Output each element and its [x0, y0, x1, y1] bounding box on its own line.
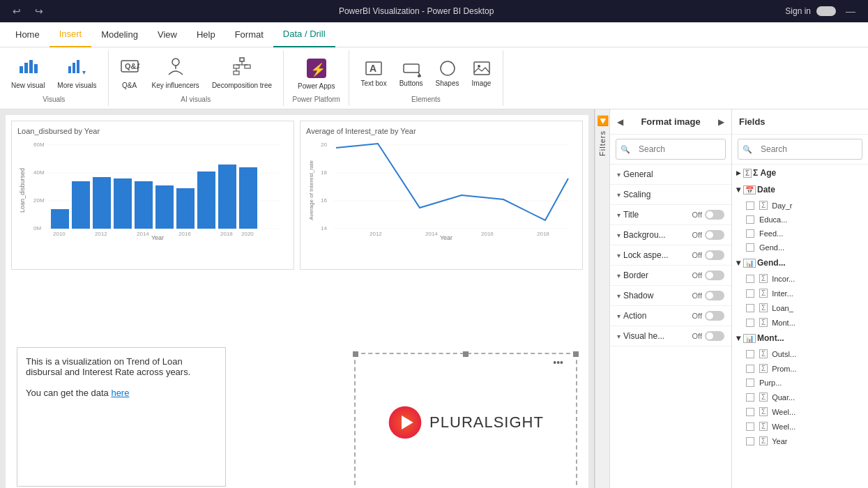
format-item-general[interactable]: ▾ General [610, 165, 731, 185]
field-item-week2[interactable]: Σ Weel... [732, 419, 868, 434]
field-item-quar[interactable]: Σ Quar... [732, 390, 868, 404]
field-item-feed[interactable]: Feed... [732, 227, 868, 241]
visual-header-toggle[interactable]: Off [692, 331, 724, 341]
canvas-inner[interactable]: Loan_disbursed by Year Loan_disbursed 60… [6, 115, 588, 488]
redo-button[interactable]: ↪ [31, 4, 47, 18]
bar-chart-title: Loan_disbursed by Year [17, 127, 288, 135]
format-panel-nav-prev[interactable]: ◀ [617, 117, 623, 127]
format-item-shadow[interactable]: ▾ Shadow Off [610, 286, 731, 306]
tab-home[interactable]: Home [6, 22, 50, 47]
tab-help[interactable]: Help [187, 22, 225, 47]
ribbon-group-visuals: New visual ▾ More visuals Visuals [0, 50, 109, 106]
field-item-educa[interactable]: Educa... [732, 213, 868, 227]
loan-checkbox[interactable] [746, 304, 754, 312]
minimize-button[interactable]: — [842, 4, 860, 18]
action-toggle-slider[interactable] [705, 311, 724, 321]
quar-checkbox[interactable] [746, 393, 754, 402]
border-toggle-slider[interactable] [705, 270, 724, 280]
decomposition-tree-button[interactable]: Decomposition tree [206, 54, 277, 92]
field-group-mont[interactable]: ▾ 📊 Mont... [732, 330, 868, 346]
format-panel-nav-next[interactable]: ▶ [718, 117, 724, 127]
tab-modeling[interactable]: Modeling [91, 22, 148, 47]
inter-checkbox[interactable] [746, 289, 754, 298]
qa-button[interactable]: Q&A Q&A [114, 54, 145, 92]
field-item-prom[interactable]: Σ Prom... [732, 361, 868, 376]
three-dots-menu[interactable]: ••• [553, 357, 563, 368]
shadow-toggle-slider[interactable] [705, 291, 724, 300]
mont1-checkbox[interactable] [746, 319, 754, 327]
format-item-action[interactable]: ▾ Action Off [610, 306, 731, 326]
day-r-checkbox[interactable] [746, 201, 754, 210]
year-checkbox[interactable] [746, 437, 754, 445]
tab-data-drill[interactable]: Data / Drill [273, 22, 335, 47]
more-visuals-button[interactable]: ▾ More visuals [52, 54, 102, 92]
theme-toggle[interactable] [816, 6, 836, 16]
field-item-day-r[interactable]: Σ Day_r [732, 198, 868, 213]
inter-sigma: Σ [759, 289, 768, 298]
gend1-checkbox[interactable] [746, 243, 754, 252]
format-item-visual-header[interactable]: ▾ Visual he... Off [610, 326, 731, 346]
shadow-toggle[interactable]: Off [692, 291, 724, 300]
background-toggle-slider[interactable] [705, 230, 724, 240]
field-item-incor[interactable]: Σ Incor... [732, 271, 868, 286]
field-item-mont1[interactable]: Σ Mont... [732, 315, 868, 330]
educa-checkbox[interactable] [746, 215, 754, 224]
prom-checkbox[interactable] [746, 365, 754, 373]
incor-checkbox[interactable] [746, 275, 754, 283]
title-toggle[interactable]: Off [692, 210, 724, 220]
tab-view[interactable]: View [148, 22, 187, 47]
visual-header-toggle-slider[interactable] [705, 331, 724, 341]
image-placeholder-box[interactable]: ••• [354, 353, 577, 488]
field-item-loan[interactable]: Σ Loan_ [732, 300, 868, 315]
fields-search-input[interactable] [755, 142, 858, 157]
here-link[interactable]: here [111, 388, 129, 398]
field-item-year[interactable]: Σ Year [732, 434, 868, 448]
qa-icon: Q&A [120, 56, 139, 80]
lock-aspect-toggle-slider[interactable] [705, 250, 724, 260]
filters-strip[interactable]: 🔽 Filters [595, 109, 610, 488]
field-item-outsl[interactable]: Σ Outsl... [732, 346, 868, 361]
svg-rect-16 [234, 65, 239, 68]
border-toggle[interactable]: Off [692, 270, 724, 280]
shapes-button[interactable]: Shapes [430, 56, 465, 90]
new-visual-button[interactable]: New visual [6, 54, 50, 92]
format-item-border[interactable]: ▾ Border Off [610, 266, 731, 286]
week1-checkbox[interactable] [746, 408, 754, 416]
week2-checkbox[interactable] [746, 422, 754, 431]
format-item-background[interactable]: ▾ Backgrou... Off [610, 225, 731, 245]
field-item-purp[interactable]: Purp... [732, 376, 868, 390]
undo-button[interactable]: ↩ [8, 4, 25, 18]
key-influencers-button[interactable]: Key influencers [146, 54, 205, 92]
format-item-title[interactable]: ▾ Title Off [610, 205, 731, 225]
field-item-gend1[interactable]: Gend... [732, 241, 868, 254]
action-toggle[interactable]: Off [692, 311, 724, 321]
image-button[interactable]: Image [466, 56, 497, 90]
format-item-lock-aspect[interactable]: ▾ Lock aspe... Off [610, 245, 731, 266]
outsl-checkbox[interactable] [746, 350, 754, 358]
text-visualization-box[interactable]: This is a visualization on Trend of Loan… [17, 347, 226, 487]
purp-checkbox[interactable] [746, 379, 754, 387]
field-group-date[interactable]: ▾ 📅 Date [732, 181, 868, 198]
format-item-scaling[interactable]: ▾ Scaling [610, 185, 731, 205]
background-toggle[interactable]: Off [692, 230, 724, 240]
format-search-input[interactable] [633, 142, 721, 157]
textbox-button[interactable]: A Text box [355, 56, 392, 90]
tab-insert[interactable]: Insert [50, 22, 92, 47]
svg-rect-28 [474, 62, 489, 75]
title-toggle-slider[interactable] [705, 210, 724, 220]
field-group-gend[interactable]: ▾ 📊 Gend... [732, 254, 868, 271]
field-item-inter[interactable]: Σ Inter... [732, 286, 868, 300]
svg-rect-46 [218, 165, 236, 229]
lock-aspect-toggle[interactable]: Off [692, 250, 724, 260]
buttons-button[interactable]: Buttons [394, 56, 429, 90]
power-apps-button[interactable]: ⚡ Power Apps [289, 53, 343, 93]
field-item-week1[interactable]: Σ Weel... [732, 404, 868, 419]
field-group-age[interactable]: ▸ Σ Σ Age [732, 165, 868, 181]
line-chart-box[interactable]: Average of Interest_rate by Year Average… [300, 121, 583, 270]
bar-chart-box[interactable]: Loan_disbursed by Year Loan_disbursed 60… [11, 121, 294, 270]
title-label: Title [623, 210, 639, 220]
visuals-group-label: Visuals [43, 96, 65, 103]
signin-button[interactable]: Sign in [785, 6, 811, 16]
feed-checkbox[interactable] [746, 229, 754, 238]
tab-format[interactable]: Format [225, 22, 273, 47]
